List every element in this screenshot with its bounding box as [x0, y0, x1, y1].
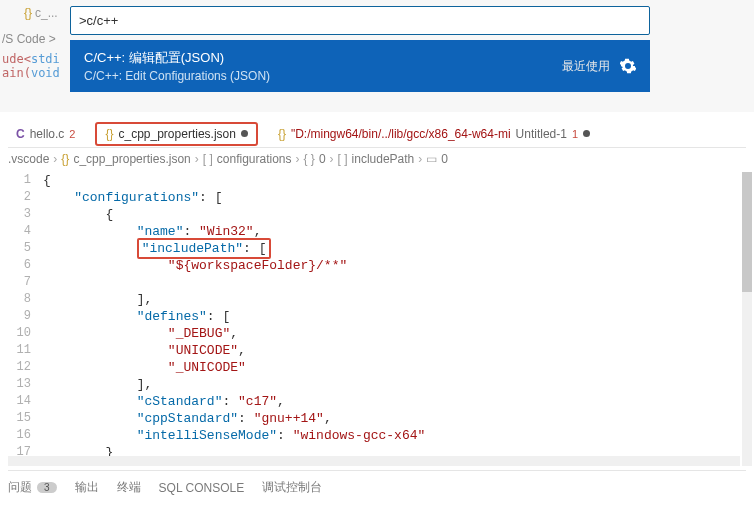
- panel-terminal[interactable]: 终端: [117, 479, 141, 496]
- object-icon: { }: [304, 152, 315, 166]
- dirty-indicator-icon: [583, 130, 590, 137]
- recent-use-label: 最近使用: [562, 58, 610, 75]
- line-number: 8: [8, 291, 43, 308]
- panel-label: 终端: [117, 479, 141, 496]
- breadcrumb-seg[interactable]: 0: [441, 152, 448, 166]
- chevron-right-icon: ›: [296, 152, 300, 166]
- tab-badge: 1: [572, 128, 578, 140]
- background-tab: {} c_...: [24, 6, 58, 20]
- background-breadcrumb: /S Code >: [2, 32, 56, 46]
- command-input-wrapper: [70, 6, 650, 35]
- array-icon: [ ]: [338, 152, 348, 166]
- line-number: 6: [8, 257, 43, 274]
- line-number: 13: [8, 376, 43, 393]
- line-number: 16: [8, 427, 43, 444]
- command-result-right: 最近使用: [562, 58, 636, 75]
- tab-untitled[interactable]: {} "D:/mingw64/bin/../lib/gcc/x86_64-w64…: [270, 123, 598, 145]
- line-number: 1: [8, 172, 43, 189]
- tab-label: c_cpp_properties.json: [119, 127, 236, 141]
- breadcrumb-seg[interactable]: c_cpp_properties.json: [73, 152, 190, 166]
- line-number: 11: [8, 342, 43, 359]
- panel-label: SQL CONSOLE: [159, 481, 245, 495]
- breadcrumb[interactable]: .vscode › {} c_cpp_properties.json › [ ]…: [8, 152, 448, 166]
- panel-tabs: 问题 3 输出 终端 SQL CONSOLE 调试控制台: [8, 470, 746, 498]
- line-number: 2: [8, 189, 43, 206]
- breadcrumb-seg[interactable]: includePath: [352, 152, 415, 166]
- command-palette: C/C++: 编辑配置(JSON) C/C++: Edit Configurat…: [70, 6, 650, 92]
- background-code: ude<stdi ain(void: [2, 52, 60, 80]
- breadcrumb-seg[interactable]: 0: [319, 152, 326, 166]
- array-icon: [ ]: [203, 152, 213, 166]
- panel-label: 输出: [75, 479, 99, 496]
- gear-icon[interactable]: [620, 58, 636, 74]
- json-icon: {}: [24, 6, 32, 20]
- command-result-text: C/C++: 编辑配置(JSON) C/C++: Edit Configurat…: [84, 49, 562, 83]
- dirty-indicator-icon: [241, 130, 248, 137]
- scrollbar-thumb[interactable]: [742, 172, 752, 292]
- line-number: 5: [8, 240, 43, 257]
- json-icon: {}: [105, 127, 113, 141]
- tab-hello-c[interactable]: C hello.c 2: [8, 123, 83, 145]
- vertical-scrollbar[interactable]: [742, 172, 752, 466]
- string-icon: ▭: [426, 152, 437, 166]
- chevron-right-icon: ›: [53, 152, 57, 166]
- line-number: 9: [8, 308, 43, 325]
- panel-debugconsole[interactable]: 调试控制台: [262, 479, 322, 496]
- command-input[interactable]: [79, 13, 641, 28]
- tab-ccpp-properties[interactable]: {} c_cpp_properties.json: [95, 122, 257, 146]
- chevron-right-icon: ›: [418, 152, 422, 166]
- line-number: 3: [8, 206, 43, 223]
- chevron-right-icon: ›: [195, 152, 199, 166]
- line-number: 12: [8, 359, 43, 376]
- tab-badge: 2: [69, 128, 75, 140]
- tab-label: "D:/mingw64/bin/../lib/gcc/x86_64-w64-mi: [291, 127, 511, 141]
- panel-label: 问题: [8, 479, 32, 496]
- chevron-right-icon: ›: [330, 152, 334, 166]
- code-editor[interactable]: 1{ 2 "configurations": [ 3 { 4 "name": "…: [8, 172, 746, 466]
- breadcrumb-seg[interactable]: .vscode: [8, 152, 49, 166]
- tab-suffix: Untitled-1: [516, 127, 567, 141]
- tab-label: hello.c: [30, 127, 65, 141]
- line-number: 7: [8, 274, 43, 291]
- highlight-box: "includePath": [: [137, 238, 272, 259]
- problems-count-badge: 3: [37, 482, 57, 493]
- panel-output[interactable]: 输出: [75, 479, 99, 496]
- background-tab-label: c_...: [35, 6, 58, 20]
- line-number: 14: [8, 393, 43, 410]
- panel-problems[interactable]: 问题 3: [8, 479, 57, 496]
- command-result-subtitle: C/C++: Edit Configurations (JSON): [84, 69, 562, 83]
- json-icon: {}: [61, 152, 69, 166]
- line-number: 15: [8, 410, 43, 427]
- json-icon: {}: [278, 127, 286, 141]
- command-palette-result[interactable]: C/C++: 编辑配置(JSON) C/C++: Edit Configurat…: [70, 40, 650, 92]
- tab-bar: C hello.c 2 {} c_cpp_properties.json {} …: [8, 120, 746, 148]
- horizontal-scrollbar[interactable]: [8, 456, 740, 466]
- panel-label: 调试控制台: [262, 479, 322, 496]
- c-file-icon: C: [16, 127, 25, 141]
- panel-sqlconsole[interactable]: SQL CONSOLE: [159, 481, 245, 495]
- command-result-title: C/C++: 编辑配置(JSON): [84, 49, 562, 67]
- line-number: 10: [8, 325, 43, 342]
- line-number: 4: [8, 223, 43, 240]
- breadcrumb-seg[interactable]: configurations: [217, 152, 292, 166]
